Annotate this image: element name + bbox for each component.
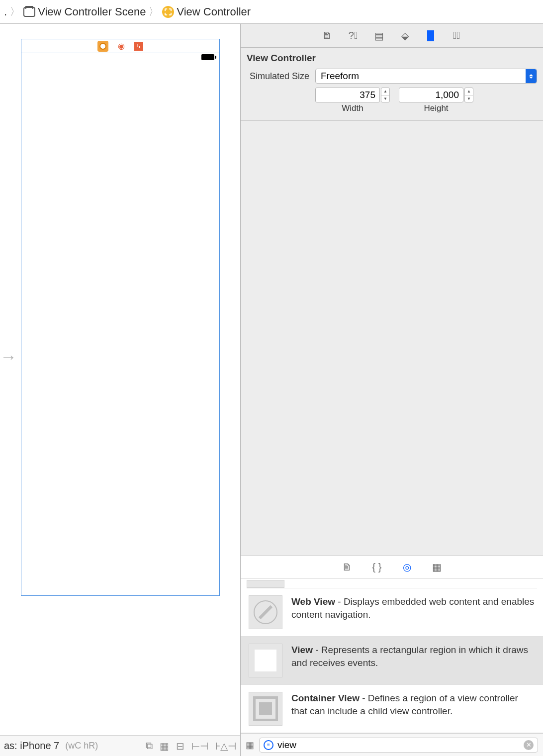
object-library-icon[interactable]: ◎ (401, 561, 413, 573)
breadcrumb-leading: . (4, 5, 7, 18)
chevron-updown-icon (526, 69, 537, 83)
expand-arrow-icon[interactable]: → (0, 347, 17, 367)
web-view-icon (249, 595, 282, 629)
inspector-tab-bar: 🗎 ?⃝ ▤ ⬙ ➜⃝ (241, 24, 543, 48)
simulated-size-value: Freeform (321, 71, 359, 82)
quick-help-icon[interactable]: ?⃝ (347, 30, 359, 42)
scene-icon (23, 5, 36, 18)
library-search-input[interactable] (277, 740, 520, 751)
chevron-right-icon: 〉 (10, 5, 20, 18)
library-item-name: Container View (291, 693, 360, 703)
library-item-container-view[interactable]: Container View - Defines a region of a v… (241, 685, 543, 733)
align-icon[interactable]: ⊟ (176, 740, 184, 752)
exit-icon[interactable]: ↳ (134, 42, 143, 51)
filter-icon[interactable] (264, 740, 273, 750)
code-snippet-library-icon[interactable]: { } (371, 561, 383, 573)
battery-icon (201, 54, 214, 60)
resolve-icon[interactable]: ⊦△⊣ (215, 740, 236, 752)
breadcrumb-scene[interactable]: View Controller Scene (38, 5, 146, 18)
file-inspector-icon[interactable]: 🗎 (321, 30, 333, 42)
zoom-icon[interactable]: ⧉ (146, 740, 153, 752)
library-item-view[interactable]: View - Represents a rectangular region i… (241, 637, 543, 685)
library-search[interactable]: ✕ (259, 738, 538, 753)
grid-view-icon[interactable]: ▦ (246, 740, 254, 751)
embed-icon[interactable]: ▦ (160, 740, 169, 752)
view-controller-icon (162, 5, 175, 18)
view-controller-canvas[interactable]: ◉ ↳ (21, 39, 220, 596)
connections-inspector-icon[interactable]: ➜⃝ (451, 30, 462, 42)
library-tab-bar: 🗎 { } ◎ ▦ (241, 556, 543, 578)
attributes-inspector-icon[interactable]: ⬙ (399, 30, 411, 42)
object-library-list[interactable]: Web View - Displays embedded web content… (241, 578, 543, 733)
width-stepper[interactable]: ▲▼ (381, 88, 390, 102)
library-item-partial[interactable] (247, 580, 537, 588)
width-label: Width (315, 103, 390, 113)
library-footer: ▦ ✕ (241, 733, 543, 756)
identity-inspector-icon[interactable]: ▤ (373, 30, 385, 42)
view-icon (249, 644, 282, 677)
breadcrumb-item[interactable]: View Controller (177, 5, 251, 18)
status-bar (201, 54, 214, 60)
library-item-web-view[interactable]: Web View - Displays embedded web content… (241, 588, 543, 637)
container-view-icon (249, 692, 282, 726)
simulated-size-select[interactable]: Freeform (315, 69, 537, 84)
file-template-library-icon[interactable]: 🗎 (341, 561, 353, 573)
view-controller-dock-icon[interactable] (97, 41, 108, 52)
library-item-name: View (291, 645, 313, 655)
scene-dock: ◉ ↳ (21, 39, 219, 53)
pin-icon[interactable]: ⊢⊣ (191, 740, 208, 752)
width-field[interactable] (315, 88, 380, 102)
clear-icon[interactable]: ✕ (524, 740, 534, 750)
simulated-size-label: Simulated Size (247, 71, 309, 82)
chevron-right-icon: 〉 (149, 5, 159, 18)
height-field[interactable] (399, 88, 463, 102)
inspector-empty-area (241, 120, 543, 556)
size-inspector-icon[interactable] (425, 30, 437, 42)
canvas-footer: as: iPhone 7 (wC hR) ⧉ ▦ ⊟ ⊢⊣ ⊦△⊣ (0, 735, 240, 756)
library-item-desc: - Represents a rectangular region in whi… (291, 645, 528, 668)
device-selector[interactable]: as: iPhone 7 (4, 740, 59, 752)
height-stepper[interactable]: ▲▼ (464, 88, 473, 102)
trait-readout: (wC hR) (65, 741, 98, 751)
interface-builder-canvas[interactable]: ◉ ↳ (0, 24, 240, 735)
first-responder-icon[interactable]: ◉ (116, 41, 126, 51)
height-label: Height (399, 103, 473, 113)
breadcrumb-bar: . 〉 View Controller Scene 〉 View Control… (0, 0, 543, 24)
library-item-name: Web View (291, 596, 335, 607)
media-library-icon[interactable]: ▦ (431, 561, 443, 573)
inspector-section-title: View Controller (247, 53, 537, 64)
